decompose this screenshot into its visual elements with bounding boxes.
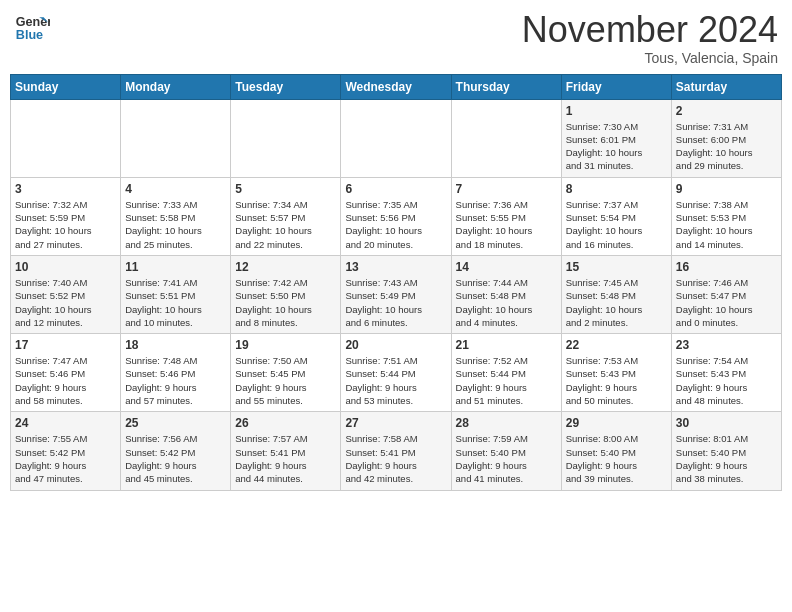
svg-text:Blue: Blue [16, 28, 43, 42]
day-info: Sunrise: 7:48 AM Sunset: 5:46 PM Dayligh… [125, 354, 226, 407]
location: Tous, Valencia, Spain [522, 50, 778, 66]
day-number: 24 [15, 416, 116, 430]
day-info: Sunrise: 7:36 AM Sunset: 5:55 PM Dayligh… [456, 198, 557, 251]
day-info: Sunrise: 7:56 AM Sunset: 5:42 PM Dayligh… [125, 432, 226, 485]
day-info: Sunrise: 7:38 AM Sunset: 5:53 PM Dayligh… [676, 198, 777, 251]
day-info: Sunrise: 7:30 AM Sunset: 6:01 PM Dayligh… [566, 120, 667, 173]
calendar-cell: 12Sunrise: 7:42 AM Sunset: 5:50 PM Dayli… [231, 255, 341, 333]
calendar-cell: 21Sunrise: 7:52 AM Sunset: 5:44 PM Dayli… [451, 334, 561, 412]
calendar-cell: 9Sunrise: 7:38 AM Sunset: 5:53 PM Daylig… [671, 177, 781, 255]
calendar-cell [121, 99, 231, 177]
calendar-cell: 22Sunrise: 7:53 AM Sunset: 5:43 PM Dayli… [561, 334, 671, 412]
day-info: Sunrise: 7:53 AM Sunset: 5:43 PM Dayligh… [566, 354, 667, 407]
calendar-cell: 17Sunrise: 7:47 AM Sunset: 5:46 PM Dayli… [11, 334, 121, 412]
day-number: 1 [566, 104, 667, 118]
day-number: 2 [676, 104, 777, 118]
weekday-header: Thursday [451, 74, 561, 99]
day-number: 21 [456, 338, 557, 352]
weekday-header: Monday [121, 74, 231, 99]
weekday-header: Sunday [11, 74, 121, 99]
day-info: Sunrise: 7:54 AM Sunset: 5:43 PM Dayligh… [676, 354, 777, 407]
day-number: 12 [235, 260, 336, 274]
calendar-cell: 5Sunrise: 7:34 AM Sunset: 5:57 PM Daylig… [231, 177, 341, 255]
day-number: 26 [235, 416, 336, 430]
calendar-header: SundayMondayTuesdayWednesdayThursdayFrid… [11, 74, 782, 99]
day-info: Sunrise: 7:46 AM Sunset: 5:47 PM Dayligh… [676, 276, 777, 329]
calendar-cell [231, 99, 341, 177]
day-info: Sunrise: 7:35 AM Sunset: 5:56 PM Dayligh… [345, 198, 446, 251]
calendar-cell: 23Sunrise: 7:54 AM Sunset: 5:43 PM Dayli… [671, 334, 781, 412]
calendar-cell: 29Sunrise: 8:00 AM Sunset: 5:40 PM Dayli… [561, 412, 671, 490]
calendar-cell: 20Sunrise: 7:51 AM Sunset: 5:44 PM Dayli… [341, 334, 451, 412]
weekday-header: Saturday [671, 74, 781, 99]
logo-icon: General Blue [14, 10, 50, 46]
calendar-cell: 1Sunrise: 7:30 AM Sunset: 6:01 PM Daylig… [561, 99, 671, 177]
day-info: Sunrise: 7:55 AM Sunset: 5:42 PM Dayligh… [15, 432, 116, 485]
calendar-cell: 25Sunrise: 7:56 AM Sunset: 5:42 PM Dayli… [121, 412, 231, 490]
weekday-header: Wednesday [341, 74, 451, 99]
day-info: Sunrise: 7:32 AM Sunset: 5:59 PM Dayligh… [15, 198, 116, 251]
day-number: 4 [125, 182, 226, 196]
day-info: Sunrise: 7:58 AM Sunset: 5:41 PM Dayligh… [345, 432, 446, 485]
calendar-cell [451, 99, 561, 177]
calendar-cell: 13Sunrise: 7:43 AM Sunset: 5:49 PM Dayli… [341, 255, 451, 333]
calendar-cell: 7Sunrise: 7:36 AM Sunset: 5:55 PM Daylig… [451, 177, 561, 255]
calendar-cell: 15Sunrise: 7:45 AM Sunset: 5:48 PM Dayli… [561, 255, 671, 333]
day-info: Sunrise: 7:34 AM Sunset: 5:57 PM Dayligh… [235, 198, 336, 251]
day-info: Sunrise: 7:50 AM Sunset: 5:45 PM Dayligh… [235, 354, 336, 407]
day-number: 17 [15, 338, 116, 352]
day-number: 5 [235, 182, 336, 196]
calendar-cell: 26Sunrise: 7:57 AM Sunset: 5:41 PM Dayli… [231, 412, 341, 490]
calendar-cell [341, 99, 451, 177]
calendar-table: SundayMondayTuesdayWednesdayThursdayFrid… [10, 74, 782, 491]
day-number: 13 [345, 260, 446, 274]
calendar-body: 1Sunrise: 7:30 AM Sunset: 6:01 PM Daylig… [11, 99, 782, 490]
calendar-cell: 6Sunrise: 7:35 AM Sunset: 5:56 PM Daylig… [341, 177, 451, 255]
day-info: Sunrise: 7:47 AM Sunset: 5:46 PM Dayligh… [15, 354, 116, 407]
logo: General Blue [14, 10, 50, 46]
page-header: General Blue November 2024 Tous, Valenci… [10, 10, 782, 66]
calendar-cell [11, 99, 121, 177]
day-info: Sunrise: 7:57 AM Sunset: 5:41 PM Dayligh… [235, 432, 336, 485]
day-number: 25 [125, 416, 226, 430]
day-info: Sunrise: 7:44 AM Sunset: 5:48 PM Dayligh… [456, 276, 557, 329]
day-info: Sunrise: 7:51 AM Sunset: 5:44 PM Dayligh… [345, 354, 446, 407]
day-info: Sunrise: 7:33 AM Sunset: 5:58 PM Dayligh… [125, 198, 226, 251]
calendar-cell: 11Sunrise: 7:41 AM Sunset: 5:51 PM Dayli… [121, 255, 231, 333]
calendar-cell: 27Sunrise: 7:58 AM Sunset: 5:41 PM Dayli… [341, 412, 451, 490]
day-number: 14 [456, 260, 557, 274]
day-number: 15 [566, 260, 667, 274]
day-info: Sunrise: 7:31 AM Sunset: 6:00 PM Dayligh… [676, 120, 777, 173]
day-number: 18 [125, 338, 226, 352]
calendar-cell: 16Sunrise: 7:46 AM Sunset: 5:47 PM Dayli… [671, 255, 781, 333]
calendar-cell: 28Sunrise: 7:59 AM Sunset: 5:40 PM Dayli… [451, 412, 561, 490]
day-number: 3 [15, 182, 116, 196]
day-info: Sunrise: 7:52 AM Sunset: 5:44 PM Dayligh… [456, 354, 557, 407]
day-number: 16 [676, 260, 777, 274]
day-number: 10 [15, 260, 116, 274]
day-info: Sunrise: 7:37 AM Sunset: 5:54 PM Dayligh… [566, 198, 667, 251]
calendar-cell: 2Sunrise: 7:31 AM Sunset: 6:00 PM Daylig… [671, 99, 781, 177]
day-number: 28 [456, 416, 557, 430]
day-number: 9 [676, 182, 777, 196]
calendar-cell: 8Sunrise: 7:37 AM Sunset: 5:54 PM Daylig… [561, 177, 671, 255]
day-info: Sunrise: 7:40 AM Sunset: 5:52 PM Dayligh… [15, 276, 116, 329]
day-info: Sunrise: 7:45 AM Sunset: 5:48 PM Dayligh… [566, 276, 667, 329]
calendar-cell: 19Sunrise: 7:50 AM Sunset: 5:45 PM Dayli… [231, 334, 341, 412]
day-info: Sunrise: 8:01 AM Sunset: 5:40 PM Dayligh… [676, 432, 777, 485]
calendar-cell: 30Sunrise: 8:01 AM Sunset: 5:40 PM Dayli… [671, 412, 781, 490]
day-info: Sunrise: 7:43 AM Sunset: 5:49 PM Dayligh… [345, 276, 446, 329]
day-number: 27 [345, 416, 446, 430]
weekday-header: Friday [561, 74, 671, 99]
title-block: November 2024 Tous, Valencia, Spain [522, 10, 778, 66]
day-number: 29 [566, 416, 667, 430]
day-info: Sunrise: 7:59 AM Sunset: 5:40 PM Dayligh… [456, 432, 557, 485]
calendar-cell: 18Sunrise: 7:48 AM Sunset: 5:46 PM Dayli… [121, 334, 231, 412]
day-number: 20 [345, 338, 446, 352]
calendar-cell: 24Sunrise: 7:55 AM Sunset: 5:42 PM Dayli… [11, 412, 121, 490]
day-number: 19 [235, 338, 336, 352]
month-title: November 2024 [522, 10, 778, 50]
calendar-cell: 10Sunrise: 7:40 AM Sunset: 5:52 PM Dayli… [11, 255, 121, 333]
day-number: 11 [125, 260, 226, 274]
weekday-header: Tuesday [231, 74, 341, 99]
